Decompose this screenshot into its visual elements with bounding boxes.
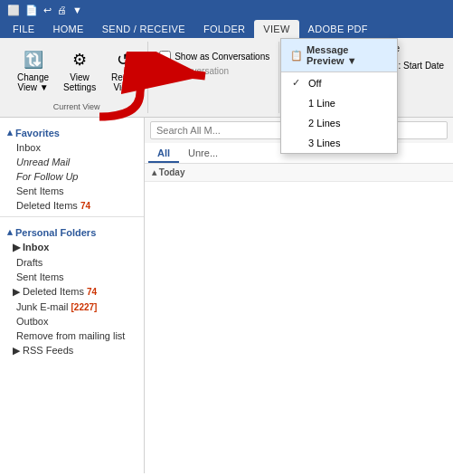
deleted-fav-badge: 74 [80,201,90,211]
tab-home[interactable]: HOME [43,20,92,38]
dropdown-item-off-label: Off [308,78,321,89]
sidebar-item-inbox-pf[interactable]: ▶ Inbox [0,240,144,255]
dropdown-header-icon: 📋 [290,50,303,62]
sidebar-item-sent-pf[interactable]: Sent Items [0,270,144,284]
new-icon[interactable]: 📄 [25,5,38,16]
rss-label: RSS Feeds [23,345,73,356]
sidebar-item-drafts[interactable]: Drafts [0,255,144,270]
favorites-collapse-icon: ▴ [7,127,13,138]
dropdown-item-off[interactable]: ✓ Off [281,72,397,93]
change-view-icon: 🔃 [21,47,46,72]
tab-file[interactable]: FILE [4,20,43,38]
sidebar-item-unread-mail[interactable]: Unread Mail [0,155,144,169]
sidebar-divider [0,216,144,217]
sidebar-item-rss[interactable]: ▶ RSS Feeds [0,343,144,358]
email-area: All Unre... ▴ Today [145,118,453,473]
print-icon[interactable]: 🖨 [57,5,67,15]
conversation-label: 💬 Conversation [156,64,234,78]
app-icon: ⬜ [7,5,20,16]
sidebar-item-outbox[interactable]: Outbox [0,314,144,328]
sidebar-item-remove-mailing[interactable]: Remove from mailing list [0,328,144,343]
sidebar-section-favorites[interactable]: ▴ Favorites [0,121,144,140]
change-view-button[interactable]: 🔃 ChangeView ▼ [11,43,55,96]
sidebar-section-personal-folders[interactable]: ▴ Personal Folders [0,221,144,240]
personal-folders-label: Personal Folders [15,227,96,238]
message-preview-dropdown: 📋 MessagePreview ▼ ✓ Off 1 Line 2 Lines … [280,38,398,154]
change-view-label: ChangeView ▼ [17,72,49,92]
tab-adobe-pdf[interactable]: ADOBE PDF [299,20,377,38]
sidebar-item-deleted-pf[interactable]: ▶ Deleted Items 74 [0,284,144,300]
junk-badge: [2227] [71,302,98,312]
today-header: ▴ Today [145,164,453,182]
favorites-label: Favorites [15,128,60,138]
dropdown-arrow-icon[interactable]: ▼ [72,5,82,15]
sidebar: ▴ Favorites Inbox Unread Mail For Follow… [0,118,145,473]
dropdown-item-1line[interactable]: 1 Line [281,93,397,113]
sidebar-item-junk[interactable]: Junk E-mail [2227] [0,300,144,314]
sidebar-item-sent-fav[interactable]: Sent Items [0,184,144,198]
deleted-items-fav-label: Deleted Items [16,200,78,211]
conversations-checkbox-input[interactable] [159,51,171,62]
dropdown-header: 📋 MessagePreview ▼ [281,39,397,72]
sidebar-item-deleted-fav[interactable]: Deleted Items 74 [0,198,144,213]
ribbon-tabs: FILE HOME SEND / RECEIVE FOLDER VIEW ADO… [0,20,453,38]
expand-inbox-icon[interactable]: ▶ [13,242,20,252]
dropdown-item-2lines-label: 2 Lines [308,118,340,129]
sidebar-item-inbox-fav[interactable]: Inbox [0,140,144,155]
dropdown-header-label: MessagePreview ▼ [307,44,357,66]
deleted-pf-label: Deleted Items [23,286,84,297]
current-view-group-label: Current View [53,100,100,111]
conversation-text: Conversation [175,66,229,76]
personal-folders-collapse-icon: ▴ [7,226,13,238]
ribbon-group-conversations: Show as Conversations 💬 Conversation [150,42,279,113]
title-bar: ⬜ 📄 ↩ 🖨 ▼ [0,0,453,20]
checkmark-icon: ✓ [292,77,303,89]
view-settings-button[interactable]: ⚙ ViewSettings [57,43,102,96]
reset-view-button[interactable]: ↺ ResetView [104,43,142,96]
reset-view-icon: ↺ [110,47,136,72]
main-content: ▴ Favorites Inbox Unread Mail For Follow… [0,118,453,473]
inbox-pf-label: Inbox [23,242,49,252]
ribbon-group-current-view: 🔃 ChangeView ▼ ⚙ ViewSettings ↺ ResetVie… [5,42,148,113]
tab-all[interactable]: All [148,145,179,163]
view-settings-label: ViewSettings [63,72,96,92]
deleted-pf-badge: 74 [87,287,97,297]
undo-icon[interactable]: ↩ [43,5,52,16]
dropdown-item-2lines[interactable]: 2 Lines [281,113,397,133]
title-bar-icons: ⬜ 📄 ↩ 🖨 ▼ [7,5,82,16]
dropdown-item-3lines-label: 3 Lines [308,138,340,148]
tab-unread[interactable]: Unre... [179,145,227,163]
tab-view[interactable]: VIEW [254,20,298,38]
conversation-icon: 💬 [161,66,172,76]
conversations-checkbox-label: Show as Conversations [175,52,269,62]
expand-rss-icon[interactable]: ▶ [13,345,20,356]
reset-view-label: ResetView [111,72,135,92]
view-settings-icon: ⚙ [67,47,92,72]
ribbon: 🔃 ChangeView ▼ ⚙ ViewSettings ↺ ResetVie… [0,38,453,118]
dropdown-item-3lines[interactable]: 3 Lines [281,133,397,153]
show-as-conversations-checkbox[interactable]: Show as Conversations [156,49,273,64]
junk-label: Junk E-mail [16,301,68,312]
expand-deleted-icon[interactable]: ▶ [13,286,20,297]
tab-folder[interactable]: FOLDER [194,20,254,38]
current-view-buttons: 🔃 ChangeView ▼ ⚙ ViewSettings ↺ ResetVie… [11,43,142,96]
dropdown-item-1line-label: 1 Line [308,98,335,109]
sidebar-item-for-follow-up[interactable]: For Follow Up [0,169,144,184]
tab-send-receive[interactable]: SEND / RECEIVE [93,20,194,38]
